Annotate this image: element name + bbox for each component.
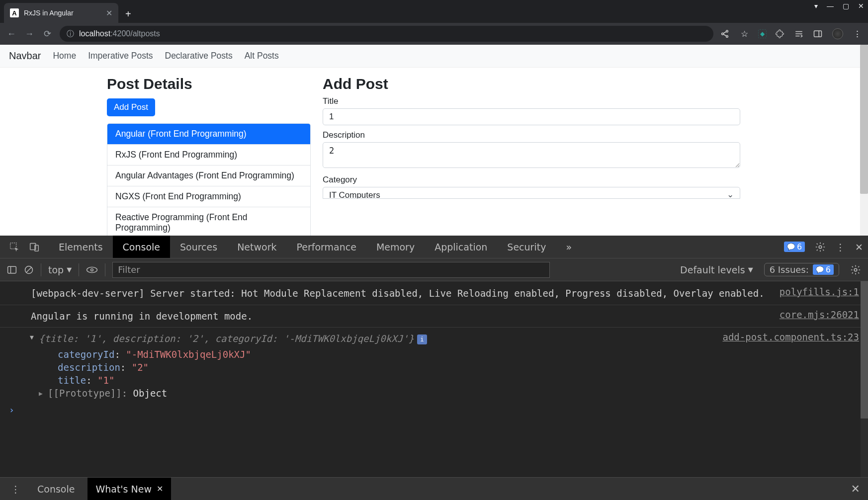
browser-toolbar: ← → ⟳ ⓘ localhost:4200/altposts ☆ ◆ ⋮ xyxy=(0,23,868,45)
console-context-selector[interactable]: top ▼ xyxy=(48,264,72,275)
list-item[interactable]: RxJS (Front End Programming) xyxy=(107,145,310,166)
console-object-property[interactable]: description: "2" xyxy=(0,361,868,374)
drawer-close-icon[interactable]: ✕ xyxy=(851,483,860,495)
window-close-icon[interactable]: ✕ xyxy=(858,2,864,10)
address-bar[interactable]: ⓘ localhost:4200/altposts xyxy=(60,26,713,42)
browser-tab-bar: A RxJS in Angular ✕ + ▾ — ▢ ✕ xyxy=(0,0,868,23)
info-icon[interactable]: i xyxy=(417,334,427,344)
chevron-down-icon: ▼ xyxy=(748,266,753,273)
caret-right-icon[interactable]: ▶ xyxy=(39,390,43,397)
devtools-panel: Elements Console Sources Network Perform… xyxy=(0,236,868,500)
nav-link-home[interactable]: Home xyxy=(53,51,76,61)
svg-point-19 xyxy=(91,268,93,271)
devtools-tabs-more-icon[interactable]: » xyxy=(556,236,582,258)
console-output: [webpack-dev-server] Server started: Hot… xyxy=(0,281,868,477)
devtools-tab-memory[interactable]: Memory xyxy=(366,236,425,258)
page-scrollbar[interactable] xyxy=(860,45,868,236)
navbar-brand[interactable]: Navbar xyxy=(9,50,41,62)
devtools-tab-sources[interactable]: Sources xyxy=(170,236,227,258)
tab-favicon: A xyxy=(10,8,19,17)
share-icon[interactable] xyxy=(720,29,730,38)
console-source-link[interactable]: add-post.component.ts:23 xyxy=(712,332,859,346)
url-host: localhost:4200/altposts xyxy=(79,29,160,38)
extensions-icon[interactable] xyxy=(776,29,785,38)
svg-rect-14 xyxy=(8,266,16,273)
devtools-tab-elements[interactable]: Elements xyxy=(49,236,113,258)
live-expression-icon[interactable] xyxy=(86,266,98,274)
site-info-icon[interactable]: ⓘ xyxy=(67,29,74,39)
profile-avatar-icon[interactable] xyxy=(832,28,843,39)
nav-link-declarative-posts[interactable]: Declarative Posts xyxy=(165,51,233,61)
description-input[interactable] xyxy=(323,142,740,168)
reading-list-icon[interactable] xyxy=(794,30,804,38)
devtools-close-icon[interactable]: ✕ xyxy=(855,242,863,252)
chevron-down-icon: ⌄ xyxy=(727,189,734,199)
title-input[interactable] xyxy=(323,108,740,125)
clear-console-icon[interactable] xyxy=(24,265,34,275)
console-object-header[interactable]: ▼ {title: '1', description: '2', categor… xyxy=(0,330,868,348)
caret-down-icon[interactable]: ▼ xyxy=(30,333,34,341)
console-prompt[interactable]: › xyxy=(0,400,868,420)
devtools-menu-icon[interactable]: ⋮ xyxy=(836,242,845,252)
category-select[interactable]: IT Computers ⌄ xyxy=(323,187,740,199)
issues-button[interactable]: 6 Issues: 6 xyxy=(764,263,839,276)
devtools-drawer: ⋮ Console What's New ✕ ✕ xyxy=(0,477,868,500)
page-viewport: Navbar Home Imperative Posts Declarative… xyxy=(0,45,868,236)
posts-list: Angular (Front End Programming) RxJS (Fr… xyxy=(107,123,311,236)
nav-link-alt-posts[interactable]: Alt Posts xyxy=(245,51,279,61)
browser-menu-icon[interactable]: ⋮ xyxy=(852,29,862,39)
reload-button[interactable]: ⟳ xyxy=(42,28,53,39)
console-log-line[interactable]: Angular is running in development mode. … xyxy=(0,307,868,328)
console-object-property[interactable]: title: "1" xyxy=(0,374,868,387)
svg-line-4 xyxy=(723,34,726,36)
back-button[interactable]: ← xyxy=(6,29,17,39)
drawer-tab-console[interactable]: Console xyxy=(29,478,83,500)
log-levels-selector[interactable]: Default levels ▼ xyxy=(680,264,753,275)
devtools-tab-security[interactable]: Security xyxy=(497,236,556,258)
console-object-property[interactable]: categoryId: "-MdiTWK0lxbjqeLj0kXJ" xyxy=(0,348,868,361)
issues-count-badge: 6 xyxy=(813,264,834,275)
tab-close-icon[interactable]: ✕ xyxy=(106,8,112,18)
browser-tab[interactable]: A RxJS in Angular ✕ xyxy=(4,3,118,23)
svg-point-18 xyxy=(87,267,97,272)
console-source-link[interactable]: polyfills.js:1 xyxy=(770,286,859,301)
chevron-down-icon: ▼ xyxy=(67,266,72,273)
console-source-link[interactable]: core.mjs:26021 xyxy=(770,309,859,324)
drawer-menu-icon[interactable]: ⋮ xyxy=(7,484,24,495)
devtools-tab-performance[interactable]: Performance xyxy=(287,236,366,258)
browser-actions: ☆ ◆ ⋮ xyxy=(720,28,862,39)
new-tab-button[interactable]: + xyxy=(118,5,138,23)
console-settings-icon[interactable] xyxy=(850,264,861,275)
list-item[interactable]: Reactive Programming (Front End Programm… xyxy=(107,207,310,236)
window-minimize-icon[interactable]: — xyxy=(827,2,834,10)
close-icon[interactable]: ✕ xyxy=(157,484,163,494)
bookmark-star-icon[interactable]: ☆ xyxy=(739,29,749,39)
window-controls: ▾ — ▢ ✕ xyxy=(814,2,864,10)
console-filter-input[interactable]: Filter xyxy=(112,262,550,278)
extension-badge-icon[interactable]: ◆ xyxy=(758,29,767,38)
category-selected-value: IT Computers xyxy=(329,190,380,199)
console-log-line[interactable]: [webpack-dev-server] Server started: Hot… xyxy=(0,284,868,305)
description-label: Description xyxy=(323,130,749,140)
window-maximize-icon[interactable]: ▢ xyxy=(843,2,849,10)
console-messages-badge[interactable]: 6 xyxy=(784,242,805,252)
forward-button[interactable]: → xyxy=(24,29,35,39)
device-toolbar-icon[interactable] xyxy=(29,242,40,252)
drawer-tab-whats-new[interactable]: What's New ✕ xyxy=(87,478,171,500)
chevron-down-icon[interactable]: ▾ xyxy=(814,2,818,10)
inspect-element-icon[interactable] xyxy=(9,242,20,252)
console-sidebar-toggle-icon[interactable] xyxy=(7,265,17,274)
console-object-prototype[interactable]: ▶ [[Prototype]]: Object xyxy=(0,387,868,400)
add-post-button[interactable]: Add Post xyxy=(107,98,155,116)
list-item[interactable]: Angular Advantages (Front End Programmin… xyxy=(107,166,310,186)
side-panel-icon[interactable] xyxy=(813,30,823,38)
devtools-tab-application[interactable]: Application xyxy=(425,236,497,258)
list-item[interactable]: NGXS (Front End Programming) xyxy=(107,186,310,207)
devtools-settings-icon[interactable] xyxy=(815,242,826,252)
list-item[interactable]: Angular (Front End Programming) xyxy=(107,124,310,145)
devtools-tab-console[interactable]: Console xyxy=(113,236,170,258)
nav-link-imperative-posts[interactable]: Imperative Posts xyxy=(88,51,153,61)
devtools-scrollbar[interactable] xyxy=(861,281,868,477)
devtools-tab-network[interactable]: Network xyxy=(227,236,286,258)
category-label: Category xyxy=(323,175,749,185)
